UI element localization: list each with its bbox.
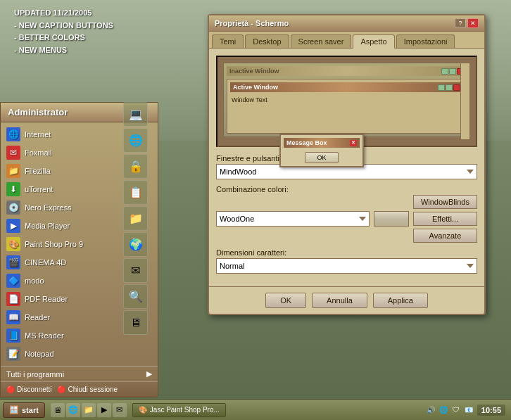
inactive-titlebar: Inactive Window — [227, 66, 467, 76]
disconnect-button[interactable]: 🔴 Disconnetti — [6, 386, 51, 393]
desktop-icons: 💻 🌐 🔒 📋 📁 🌍 ✉ 🔍 🖥 — [123, 102, 148, 335]
media-icon[interactable]: ▶ — [97, 403, 111, 417]
dialog-tabs: Temi Desktop Screen saver Aspetto Impost… — [209, 32, 484, 49]
network-icon[interactable]: 🌐 — [438, 405, 449, 416]
desktop-icon-2[interactable]: 🌐 — [123, 128, 148, 153]
mail-icon[interactable]: 📧 — [463, 405, 474, 416]
preview-scrollbar[interactable] — [460, 63, 470, 140]
notepad-label: Notepad — [25, 350, 54, 358]
color-combo-label: Combinazione colori: — [216, 185, 477, 193]
close-session-button[interactable]: 🔴 Chiudi sessione — [57, 386, 118, 393]
taskbar-tasks: 🎨 Jasc Paint Shop Pro... — [130, 403, 422, 417]
notepad-icon: 📝 — [6, 347, 20, 361]
desktop-icon-9[interactable]: 🖥 — [123, 310, 148, 335]
show-desktop-icon[interactable]: 🖥 — [51, 403, 65, 417]
all-programs-arrow-icon: ▶ — [146, 369, 152, 378]
taskbar-quick-launch: 🖥 🌐 📁 ▶ ✉ — [51, 403, 127, 417]
shield-icon[interactable]: 🛡 — [450, 405, 462, 416]
msreader-icon: 📘 — [6, 329, 20, 343]
preview-area: Inactive Window Active Window — [216, 56, 477, 147]
disconnect-icon: 🔴 — [6, 386, 15, 393]
modo-label: modo — [25, 276, 44, 285]
all-programs-label: Tutti i programmi — [6, 370, 64, 378]
desktop-icon-6[interactable]: 🌍 — [123, 232, 148, 257]
filezilla-label: Filezilla — [25, 167, 51, 175]
dialog-titlebar: Proprietà - Schermo ? ✕ — [209, 15, 484, 32]
cinema4d-label: CINEMA 4D — [25, 258, 66, 267]
tab-temi[interactable]: Temi — [212, 34, 244, 48]
title-buttons: ? ✕ — [455, 18, 479, 28]
desktop-icon-3[interactable]: 🔒 — [123, 154, 148, 179]
filezilla-icon: 📁 — [6, 164, 20, 178]
explorer-icon[interactable]: 📁 — [82, 403, 96, 417]
modo-icon: 🔷 — [6, 274, 20, 288]
advanced-button[interactable]: Avanzate — [413, 229, 477, 243]
reader-label: Reader — [25, 313, 50, 322]
paintshop-icon: 🎨 — [6, 237, 20, 251]
foxmail-label: Foxmail — [25, 148, 52, 157]
taskbar-system-tray: 🔊 🌐 🛡 📧 10:55 — [425, 405, 508, 416]
dialog-title: Proprietà - Schermo — [215, 19, 289, 27]
username-label: Administrator — [8, 107, 68, 117]
effects-button[interactable]: Effetti... — [413, 212, 477, 226]
windows-logo-icon: 🪟 — [9, 405, 19, 414]
message-box-ok-button[interactable]: OK — [305, 152, 338, 163]
start-button[interactable]: 🪟 start — [3, 402, 45, 418]
dialog-close-button[interactable]: ✕ — [467, 18, 479, 28]
task-icon: 🎨 — [139, 406, 147, 414]
color-combo-select[interactable]: WoodOne — [216, 211, 370, 227]
update-line1: Updated 11/21/2005 — [14, 7, 113, 20]
internet-label: Internet — [25, 130, 51, 139]
preview-message-box: Message Box ✕ OK — [279, 134, 364, 167]
close-session-label: Chiudi sessione — [68, 386, 118, 393]
font-size-group: Dimensioni caratteri: Normal — [216, 248, 477, 274]
mediaplayer-label: Media Player — [25, 222, 70, 230]
side-buttons-group: WindowBlinds Effetti... Avanzate — [413, 195, 477, 243]
color-combo-group: Combinazione colori: WoodOne WindowBlind… — [216, 185, 477, 243]
all-programs-button[interactable]: Tutti i programmi ▶ — [1, 366, 158, 381]
tab-impostazioni[interactable]: Impostazioni — [396, 34, 455, 48]
windowblinds-button[interactable]: WindowBlinds — [413, 195, 477, 209]
nero-label: Nero Express — [25, 203, 72, 212]
inactive-window-title: Inactive Window — [229, 68, 279, 75]
tab-aspetto[interactable]: Aspetto — [353, 34, 394, 49]
active-close-btn — [453, 84, 460, 91]
dialog-footer: OK Annulla Applica — [209, 286, 484, 314]
cancel-button[interactable]: Annulla — [312, 293, 367, 308]
desktop-icon-4[interactable]: 📋 — [123, 180, 148, 205]
inactive-maximize-btn — [449, 68, 456, 75]
active-maximize-btn — [446, 84, 453, 91]
window-text-label: Window Text — [230, 95, 269, 105]
internet-icon: 🌐 — [6, 127, 20, 141]
reader-icon: 📖 — [6, 310, 20, 324]
sidebar-item-notepad[interactable]: 📝 Notepad — [1, 345, 158, 363]
utorrent-icon: ⬇ — [6, 182, 20, 196]
desktop-icon-7[interactable]: ✉ — [123, 258, 148, 283]
properties-dialog: Proprietà - Schermo ? ✕ Temi Desktop Scr… — [208, 14, 486, 315]
email-ql-icon[interactable]: ✉ — [113, 403, 127, 417]
preview-inactive-window: Inactive Window Active Window — [223, 63, 470, 137]
message-box-close-btn: ✕ — [350, 140, 357, 146]
preview-active-window: Active Window Window Text Message Box — [227, 79, 467, 134]
help-button[interactable]: ? — [455, 18, 466, 28]
paintshop-label: Paint Shop Pro 9 — [25, 240, 83, 248]
message-box-title-text: Message Box — [286, 139, 327, 146]
dialog-content: Inactive Window Active Window — [209, 49, 484, 286]
update-line4: - New menus — [14, 44, 113, 57]
tab-screensaver[interactable]: Screen saver — [291, 34, 352, 48]
update-line3: - Better colors — [14, 32, 113, 44]
cinema4d-icon: 🎬 — [6, 255, 20, 269]
ok-button[interactable]: OK — [265, 293, 306, 308]
volume-icon[interactable]: 🔊 — [425, 405, 436, 416]
font-size-select[interactable]: Normal — [216, 258, 477, 274]
desktop-icon-8[interactable]: 🔍 — [123, 284, 148, 309]
tab-desktop[interactable]: Desktop — [245, 34, 289, 48]
system-tray-icons: 🔊 🌐 🛡 📧 — [425, 405, 474, 416]
apply-button[interactable]: Applica — [373, 293, 428, 308]
taskbar-task-paintshop[interactable]: 🎨 Jasc Paint Shop Pro... — [132, 403, 226, 417]
browser-icon[interactable]: 🌐 — [66, 403, 80, 417]
mediaplayer-icon: ▶ — [6, 219, 20, 233]
desktop-icon-1[interactable]: 💻 — [123, 102, 148, 127]
task-label: Jasc Paint Shop Pro... — [150, 406, 220, 414]
desktop-icon-5[interactable]: 📁 — [123, 206, 148, 231]
